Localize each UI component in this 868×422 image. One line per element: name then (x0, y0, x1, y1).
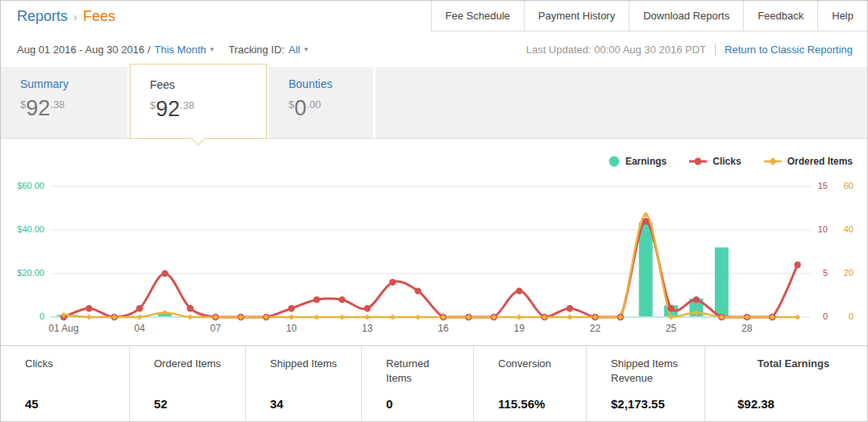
value-int: 0 (294, 96, 306, 120)
tab-value: $92.38 (20, 96, 127, 121)
caret-down-icon[interactable]: ▾ (304, 45, 308, 53)
chart-canvas (51, 150, 811, 329)
earnings-bar (639, 223, 653, 318)
divider (715, 44, 716, 56)
clicks-point (693, 296, 700, 303)
earnings-bar (715, 248, 729, 317)
summary-col-total-earnings: Total Earnings$92.38 (705, 346, 867, 421)
clicks-point (364, 305, 371, 311)
download-reports-button[interactable]: Download Reports (629, 1, 743, 31)
ordered-items-point (517, 314, 522, 320)
value-dec: .00 (306, 98, 321, 111)
ordered-items-point (314, 314, 319, 320)
clicks-line (64, 221, 798, 317)
payment-history-button[interactable]: Payment History (524, 1, 629, 31)
x-axis-label: 28 (727, 323, 767, 334)
summary-label: Conversion (498, 357, 579, 371)
x-axis-label: 16 (423, 323, 463, 334)
summary-value: $92.38 (737, 397, 861, 411)
ordered-items-point (415, 314, 421, 320)
breadcrumb-reports-link[interactable]: Reports (17, 8, 68, 24)
clicks-point (516, 287, 522, 294)
ordered-items-point (137, 314, 143, 320)
help-button[interactable]: Help (817, 1, 867, 31)
tab-summary[interactable]: Summary $92.38 (1, 67, 127, 138)
ordered-items-point (390, 314, 396, 320)
clicks-point (338, 296, 345, 303)
clicks-point (314, 296, 320, 303)
x-axis-label: 07 (195, 323, 235, 334)
summary-value: 115.56% (498, 397, 579, 411)
breadcrumb: Reports›Fees (1, 1, 115, 31)
summary-label: Ordered Items (154, 357, 239, 371)
ordered-items-point (187, 314, 193, 320)
summary-table: Clicks45Ordered Items52Shipped Items34Re… (1, 345, 867, 421)
currency-symbol: $ (289, 98, 294, 111)
clicks-point (794, 261, 800, 268)
summary-col-returned-items: Returned Items0 (362, 346, 474, 421)
tab-strip-filler (376, 67, 867, 138)
y-axis-clicks-label: 5 (810, 268, 828, 278)
value-dec: .38 (180, 99, 194, 111)
tab-label: Fees (150, 78, 266, 91)
y-axis-ordered-label: 20 (833, 268, 853, 278)
classic-reporting-link[interactable]: Return to Classic Reporting (725, 44, 853, 56)
ordered-items-point (567, 314, 572, 320)
currency-symbol: $ (20, 98, 26, 111)
y-axis-clicks-label: 0 (810, 311, 828, 321)
value-int: 92 (26, 96, 50, 120)
value-int: 92 (156, 97, 180, 121)
summary-label: Total Earnings (737, 357, 861, 371)
clicks-point (136, 305, 143, 311)
header-bar: Reports›Fees Fee Schedule Payment Histor… (1, 1, 867, 31)
y-axis-left-label: $20.00 (1, 268, 44, 278)
clicks-point (85, 305, 92, 311)
currency-symbol: $ (150, 99, 156, 111)
ordered-items-point (364, 314, 370, 320)
summary-col-ordered-items: Ordered Items52 (130, 346, 246, 421)
fees-report-page: Reports›Fees Fee Schedule Payment Histor… (0, 0, 868, 422)
tracking-id-dropdown[interactable]: All (289, 44, 300, 56)
summary-label: Returned Items (386, 357, 467, 385)
clicks-point (642, 218, 649, 224)
x-axis-label: 10 (272, 323, 312, 334)
breadcrumb-current: Fees (83, 8, 115, 24)
summary-value: 52 (154, 397, 239, 411)
fees-chart: Earnings Clicks Ordered Items $60.00$40.… (1, 139, 867, 345)
feedback-button[interactable]: Feedback (743, 1, 817, 31)
clicks-point (414, 287, 421, 294)
summary-col-shipped-items-revenue: Shipped Items Revenue$2,173.55 (587, 346, 705, 421)
clicks-point (187, 305, 193, 311)
summary-value: 45 (25, 397, 123, 411)
y-axis-ordered-label: 0 (833, 311, 853, 321)
summary-col-clicks: Clicks45 (1, 346, 130, 421)
tab-strip: Summary $92.38 Fees $92.38 Bounties $0.0… (1, 67, 867, 139)
y-axis-ordered-label: 60 (833, 181, 853, 190)
tab-bounties[interactable]: Bounties $0.00 (269, 67, 373, 138)
tab-fees[interactable]: Fees $92.38 (130, 64, 267, 139)
clicks-point (389, 279, 396, 286)
date-range-label: Aug 01 2016 - Aug 30 2016 / (17, 44, 151, 56)
tab-value: $0.00 (289, 96, 373, 121)
tab-label: Summary (20, 77, 127, 90)
clicks-point (161, 270, 168, 277)
ordered-items-point (795, 314, 800, 320)
x-axis-label: 04 (119, 323, 160, 334)
filter-bar: Aug 01 2016 - Aug 30 2016 / This Month ▾… (1, 31, 867, 67)
summary-label: Shipped Items Revenue (611, 357, 698, 385)
y-axis-ordered-label: 40 (833, 224, 853, 234)
clicks-point (667, 305, 674, 311)
tab-label: Bounties (289, 77, 373, 90)
summary-label: Shipped Items (270, 357, 355, 371)
tracking-id-label: Tracking ID: (228, 44, 284, 56)
summary-col-shipped-items: Shipped Items34 (246, 346, 362, 421)
period-dropdown[interactable]: This Month (155, 44, 206, 56)
y-axis-left-label: 0 (1, 311, 44, 321)
caret-down-icon[interactable]: ▾ (210, 45, 214, 53)
x-axis-label: 13 (347, 323, 388, 334)
summary-value: 34 (270, 397, 355, 411)
fee-schedule-button[interactable]: Fee Schedule (431, 1, 524, 31)
y-axis-left-label: $40.00 (1, 224, 44, 234)
x-axis-label: 25 (651, 323, 691, 334)
ordered-items-point (339, 314, 345, 320)
